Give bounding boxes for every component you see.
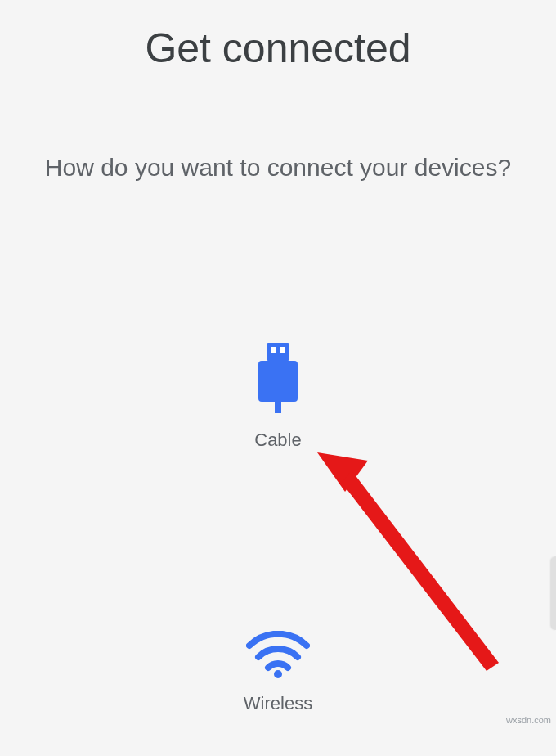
watermark-text: wxsdn.com [506, 715, 551, 725]
svg-rect-1 [271, 347, 276, 353]
svg-rect-0 [267, 343, 289, 361]
connection-options: Cable Wireless [0, 341, 556, 714]
svg-point-5 [274, 670, 282, 678]
svg-rect-4 [275, 402, 281, 413]
svg-rect-2 [280, 347, 285, 353]
wireless-option[interactable]: Wireless [244, 631, 312, 714]
cable-option-label: Cable [254, 430, 301, 451]
subtitle-text: How do you want to connect your devices? [0, 150, 556, 186]
usb-cable-icon [255, 341, 301, 418]
wifi-icon [246, 631, 310, 682]
page-title: Get connected [0, 0, 556, 72]
side-tab [551, 556, 556, 630]
svg-rect-3 [258, 361, 298, 402]
wireless-option-label: Wireless [244, 693, 312, 714]
cable-option[interactable]: Cable [254, 341, 301, 451]
